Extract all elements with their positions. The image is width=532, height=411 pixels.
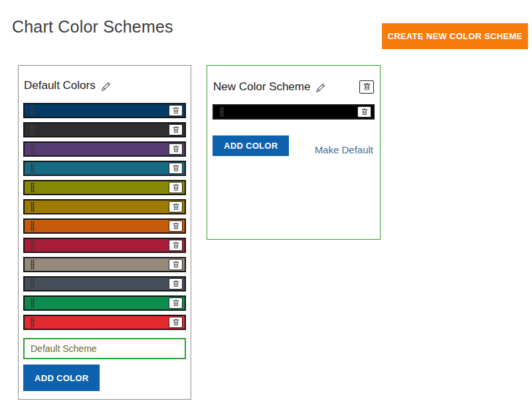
trash-icon	[173, 299, 179, 307]
delete-scheme-button[interactable]	[359, 80, 374, 94]
new-panel-title: New Color Scheme	[213, 80, 310, 94]
default-panel-title: Default Colors	[24, 79, 96, 92]
default-panel-header: Default Colors	[24, 79, 185, 92]
color-swatch-row[interactable]	[23, 180, 186, 195]
grip-dots-icon[interactable]	[31, 125, 35, 135]
trash-icon	[363, 83, 371, 91]
create-new-color-scheme-button[interactable]: CREATE NEW COLOR SCHEME	[382, 23, 528, 49]
delete-color-button[interactable]	[169, 105, 183, 116]
trash-icon	[173, 242, 179, 249]
new-panel-footer: ADD COLOR Make Default	[213, 135, 375, 156]
color-swatch-row[interactable]	[23, 218, 186, 234]
default-color-list	[23, 103, 186, 330]
grip-dots-icon[interactable]	[31, 144, 35, 154]
grip-dots-icon[interactable]	[31, 106, 35, 116]
color-swatch-row[interactable]	[23, 199, 186, 214]
color-swatch-row[interactable]	[23, 295, 186, 311]
trash-icon	[173, 126, 179, 133]
grip-dots-icon[interactable]	[31, 202, 35, 212]
grip-dots-icon[interactable]	[31, 260, 35, 270]
page-title: Chart Color Schemes	[12, 17, 173, 37]
trash-icon	[173, 184, 179, 191]
pencil-icon[interactable]	[102, 82, 110, 91]
trash-icon	[173, 319, 179, 326]
color-swatch-row[interactable]	[23, 315, 186, 330]
delete-color-button[interactable]	[169, 259, 183, 270]
delete-color-button[interactable]	[169, 240, 183, 251]
trash-icon	[361, 108, 368, 116]
grip-dots-icon[interactable]	[220, 107, 224, 117]
scheme-name-input[interactable]	[23, 338, 186, 359]
trash-icon	[173, 145, 179, 153]
new-panel-header: New Color Scheme	[213, 80, 374, 94]
default-colors-panel: Default Colors	[18, 65, 191, 400]
color-swatch-row[interactable]	[23, 276, 186, 291]
trash-icon	[173, 280, 179, 288]
delete-color-button[interactable]	[169, 163, 183, 174]
delete-color-button[interactable]	[357, 106, 371, 118]
delete-color-button[interactable]	[169, 278, 183, 289]
delete-color-button[interactable]	[169, 297, 183, 309]
grip-dots-icon[interactable]	[31, 221, 35, 231]
delete-color-button[interactable]	[169, 143, 183, 155]
delete-color-button[interactable]	[169, 124, 183, 135]
grip-dots-icon[interactable]	[31, 163, 35, 173]
pencil-icon[interactable]	[316, 84, 325, 92]
trash-icon	[173, 107, 179, 114]
add-color-button[interactable]: ADD COLOR	[23, 365, 100, 391]
grip-dots-icon[interactable]	[31, 183, 35, 193]
trash-icon	[173, 261, 179, 268]
grip-dots-icon[interactable]	[31, 279, 35, 289]
color-swatch-row[interactable]	[213, 104, 375, 120]
grip-dots-icon[interactable]	[31, 240, 35, 250]
trash-icon	[173, 165, 179, 172]
color-swatch-row[interactable]	[23, 122, 186, 137]
color-swatch-row[interactable]	[23, 238, 186, 253]
color-swatch-row[interactable]	[23, 257, 186, 272]
delete-color-button[interactable]	[169, 317, 183, 328]
grip-dots-icon[interactable]	[31, 317, 35, 327]
delete-color-button[interactable]	[169, 220, 183, 232]
color-swatch-row[interactable]	[23, 161, 186, 176]
delete-color-button[interactable]	[169, 182, 183, 193]
make-default-link[interactable]: Make Default	[315, 144, 373, 156]
color-swatch-row[interactable]	[23, 141, 186, 157]
trash-icon	[173, 203, 179, 210]
new-color-list	[213, 104, 375, 120]
delete-color-button[interactable]	[169, 201, 183, 212]
grip-dots-icon[interactable]	[31, 298, 35, 308]
trash-icon	[173, 222, 179, 230]
new-color-scheme-panel: New Color Scheme ADD COLOR Make Default	[207, 65, 381, 240]
color-swatch-row[interactable]	[23, 103, 186, 118]
add-color-button[interactable]: ADD COLOR	[213, 135, 289, 156]
